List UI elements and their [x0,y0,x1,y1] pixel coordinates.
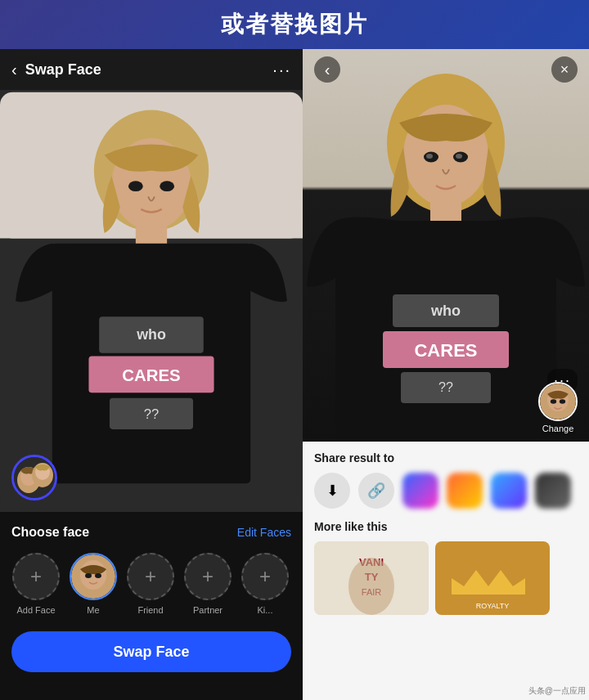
right-back-icon[interactable]: ‹ [314,56,340,83]
face-option-partner[interactable]: + Partner [183,553,232,615]
bottom-right-panel: Share result to ⬇ 🔗 More like this VANI … [303,442,589,700]
face-option-me[interactable]: Me [69,553,118,615]
svg-point-23 [95,573,101,578]
me-face-circle[interactable] [70,553,117,600]
face-option-ki[interactable]: + Ki... [241,553,290,615]
more-like-thumb-2[interactable]: ROYALTY [435,541,550,615]
share-app-4[interactable] [535,473,571,509]
share-app-1[interactable] [402,473,438,509]
ki-face-circle[interactable]: + [241,553,289,600]
svg-text:who: who [136,326,166,343]
choose-face-label: Choose face [11,525,89,540]
svg-point-30 [456,154,462,159]
right-image-area: who CARES ?? ··· C [303,49,589,442]
me-face-label: Me [87,605,99,615]
svg-point-41 [551,399,556,404]
left-model-image: who CARES ?? [0,90,303,512]
left-header: ‹ Swap Face ··· [0,49,303,90]
change-label: Change [542,424,574,433]
main-container: ‹ Swap Face ··· [0,49,589,700]
source-avatar [11,455,57,500]
svg-text:??: ?? [144,406,159,422]
svg-text:CARES: CARES [414,340,477,361]
change-avatar-image [538,382,578,421]
friend-plus-icon: + [145,565,156,588]
download-button[interactable]: ⬇ [314,473,350,509]
face-option-friend[interactable]: + Friend [126,553,175,615]
svg-text:ROYALTY: ROYALTY [476,602,510,610]
svg-point-42 [560,399,565,404]
add-face-circle[interactable]: + [12,553,60,600]
svg-text:CARES: CARES [122,366,180,384]
more-like-row: VANI TY FAIR ROYALTY [314,541,578,615]
add-face-label: Add Face [16,605,55,615]
partner-face-circle[interactable]: + [184,553,232,600]
more-like-title: More like this [314,520,578,533]
plus-icon: + [30,565,42,588]
svg-point-47 [348,558,394,615]
partner-face-label: Partner [193,605,223,615]
top-banner: 或者替换图片 [0,0,589,49]
svg-text:who: who [430,303,461,319]
friend-face-label: Friend [137,605,163,615]
watermark: 头条@一点应用 [528,685,586,697]
more-options-icon[interactable]: ··· [272,61,291,79]
change-avatar[interactable]: Change [538,382,578,433]
face-options-row: + Add Face [11,553,291,615]
more-like-thumb-1[interactable]: VANI TY FAIR [314,541,429,615]
left-panel: ‹ Swap Face ··· [0,49,303,700]
svg-text:??: ?? [438,380,453,394]
back-icon[interactable]: ‹ [11,61,17,79]
svg-point-5 [128,181,143,191]
partner-plus-icon: + [202,565,214,588]
right-panel: ‹ × [303,49,589,700]
right-close-icon[interactable]: × [551,56,578,83]
right-header: ‹ × [303,49,589,90]
svg-rect-7 [136,226,167,247]
choose-face-row: Choose face Edit Faces [11,525,291,540]
face-option-add-face[interactable]: + Add Face [11,553,61,615]
share-icons-row: ⬇ 🔗 [314,473,578,509]
svg-point-6 [160,181,174,191]
svg-point-22 [85,573,92,578]
share-app-2[interactable] [447,473,483,509]
ki-face-label: Ki... [258,605,273,615]
svg-point-21 [80,560,106,590]
svg-point-29 [426,154,433,159]
friend-face-circle[interactable]: + [127,553,174,600]
bottom-panel: Choose face Edit Faces + Add Face [0,512,303,700]
swap-face-button[interactable]: Swap Face [11,631,291,672]
ki-plus-icon: + [259,565,271,588]
banner-title: 或者替换图片 [221,9,368,40]
share-title: Share result to [314,451,578,464]
left-header-title: Swap Face [25,61,273,79]
link-button[interactable]: 🔗 [358,473,394,509]
left-image-area: who CARES ?? [0,90,303,512]
edit-faces-link[interactable]: Edit Faces [237,526,291,539]
share-app-3[interactable] [491,473,527,509]
